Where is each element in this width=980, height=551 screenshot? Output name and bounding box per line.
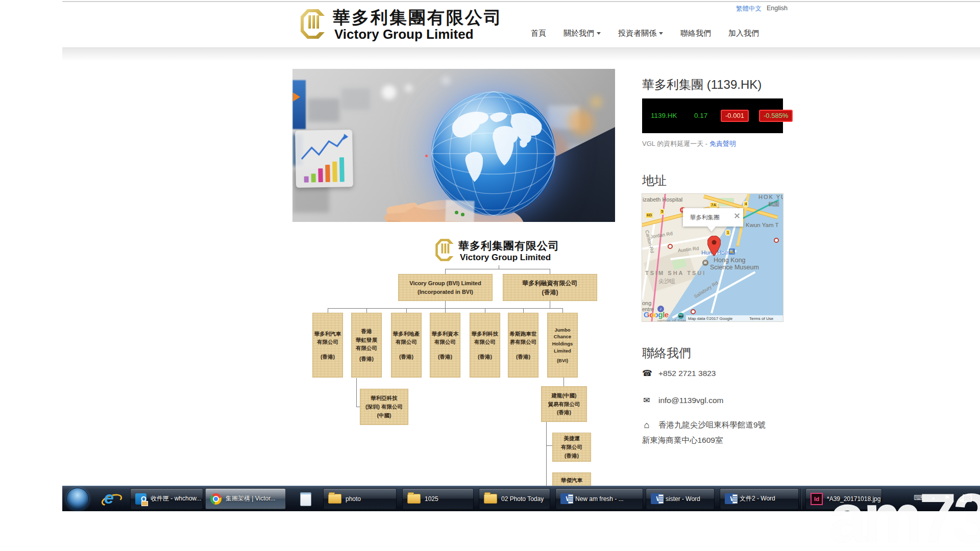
org-box-victory-capital: 華多利資本有限公司(香港)	[430, 313, 460, 378]
route-badge: 4	[743, 201, 748, 207]
bokeh-light	[442, 76, 451, 85]
org-connector	[366, 308, 367, 313]
close-icon[interactable]	[734, 213, 740, 219]
org-box-kin-lung-trading: 建龍(中國)貿易有限公司(香港)	[541, 386, 587, 422]
word-icon: W	[560, 493, 571, 504]
hero-banner-image	[292, 69, 615, 222]
org-connector	[445, 308, 446, 313]
map-station-dot	[691, 309, 696, 314]
orange-arrow-graphic	[293, 92, 300, 102]
address-line-2: 新東海商業中心1609室	[642, 435, 723, 446]
route-badge: 6D	[645, 212, 653, 218]
company-name-en: Victory Group Limited	[334, 27, 474, 42]
map-label-tst: TSIM SHA TSUI	[645, 270, 706, 276]
nav-home[interactable]: 首頁	[531, 29, 546, 38]
main-nav: 首頁 關於我們 投資者關係 聯絡我們 加入我們	[531, 29, 759, 38]
folder-icon	[328, 494, 341, 504]
map-label-museum-1: Hong Kong	[714, 257, 746, 264]
org-connector	[485, 308, 485, 313]
task-outlook[interactable]: O 收件匣 - whchow...	[130, 488, 203, 509]
phone-number: +852 2721 3823	[658, 369, 716, 378]
org-chart-company-zh: 華多利集團有限公司	[458, 239, 559, 253]
task-folder-1025[interactable]: 1025	[402, 488, 474, 509]
task-folder-photo[interactable]: photo	[323, 488, 397, 509]
map-label-museum-2: Science Museum	[710, 264, 759, 271]
page-top-border	[62, 1, 980, 2]
task-word-doc2[interactable]: W 文件2 - Word	[720, 488, 799, 509]
org-connector	[562, 308, 563, 313]
org-connector	[523, 308, 524, 313]
org-box-vicory-group-bvi: Vicory Group (BVI) Limited (Incorporated…	[398, 274, 493, 301]
task-word-new-am-fresh[interactable]: W New am fresh - ...	[555, 488, 643, 509]
email-row: ✉ info@1139vgl.com	[642, 395, 723, 405]
map-label-kwun-yam: Kwun Yam T	[746, 222, 779, 228]
address-heading: 地址	[642, 172, 667, 189]
org-connector	[445, 269, 446, 274]
task-word-sister[interactable]: W sister - Word	[646, 488, 715, 509]
lang-traditional-chinese[interactable]: 繁體中文	[736, 5, 762, 13]
google-map[interactable]: 6D 5 7A 4 1 izabeth Hospital H HOK YU 鶴園…	[642, 194, 783, 321]
blurred-photo-tile	[308, 98, 339, 122]
nav-about[interactable]: 關於我們	[564, 29, 601, 38]
org-box-may-jet: 美捷運有限公司(香港)	[552, 433, 591, 462]
task-folder-photo-today[interactable]: 02 Photo Today	[479, 488, 550, 509]
org-connector	[550, 301, 550, 308]
org-connector	[406, 308, 407, 313]
email-address: info@1139vgl.com	[658, 396, 723, 405]
info-window-title: 華多利集團	[690, 214, 720, 221]
green-figure-dot	[461, 213, 464, 216]
chrome-icon	[210, 493, 222, 505]
map-info-window: 華多利集團	[683, 208, 743, 227]
address-row: ⌂ 香港九龍尖沙咀東科學館道9號	[642, 420, 766, 431]
desktop-screen: 華多利集團有限公司 Victory Group Limited 首頁 關於我們 …	[0, 0, 980, 551]
org-connector	[499, 265, 499, 269]
google-logo[interactable]: Google	[644, 310, 669, 319]
map-attribution: Map data ©2017 Google Terms of Use	[686, 315, 783, 321]
lang-english[interactable]: English	[767, 5, 788, 13]
start-button[interactable]	[66, 488, 89, 510]
language-switcher: 繁體中文 English	[736, 5, 788, 13]
internet-explorer-icon[interactable]: e	[100, 490, 121, 508]
org-box-victory-technology: 華多利科技有限公司(香港)	[470, 313, 500, 378]
stock-title: 華多利集團 (1139.HK)	[642, 77, 762, 93]
blurred-photo-tile	[341, 88, 370, 110]
map-data-credit: Map data ©2017 Google	[688, 316, 732, 321]
nav-contact[interactable]: 聯絡我們	[680, 29, 711, 38]
org-connector	[546, 422, 547, 486]
terms-of-use-link[interactable]: Terms of Use	[749, 316, 773, 321]
taskbar-divider	[801, 488, 802, 509]
org-connector	[328, 308, 328, 313]
info-window-tail	[707, 227, 716, 232]
map-station-dot	[668, 244, 673, 249]
word-icon: W	[725, 493, 736, 504]
green-figure-dot	[455, 211, 458, 214]
blue-panel-graphic	[292, 80, 306, 129]
nav-join-us[interactable]: 加入我們	[728, 29, 759, 38]
ticker-symbol: 1139.HK	[651, 112, 677, 119]
camera-poi-icon: 📷	[678, 313, 684, 319]
small-blurred-card	[445, 200, 474, 222]
chevron-down-icon	[597, 32, 601, 35]
nav-investor-relations[interactable]: 投資者關係	[618, 29, 663, 38]
home-icon: ⌂	[642, 420, 651, 431]
org-box-victory-motors: 華多利汽車有限公司(香港)	[312, 313, 343, 378]
task-chrome-active[interactable]: 集團架構 | Victor...	[205, 488, 286, 509]
bar-chart-graphic	[295, 130, 353, 188]
bokeh-light	[382, 85, 396, 99]
folder-icon	[407, 494, 421, 504]
org-connector	[550, 269, 550, 274]
org-connector	[445, 301, 446, 308]
disclaimer-link[interactable]: 免責聲明	[709, 140, 736, 147]
windows-logo-icon	[72, 494, 83, 504]
org-box-hualiya-tech: 華利亞科技(深圳) 有限公司(中國)	[360, 389, 408, 425]
ticker-change-percent-badge: -0.585%	[759, 110, 793, 122]
map-label-tst-zh: 尖沙咀	[658, 278, 675, 285]
indesign-icon: Id	[811, 493, 823, 505]
address-line-1: 香港九龍尖沙咀東科學館道9號	[658, 420, 766, 431]
notepad-icon[interactable]	[300, 492, 311, 506]
org-connector	[445, 269, 550, 269]
ticker-change-badge: -0.001	[721, 110, 749, 122]
map-label-hospital: izabeth Hospital	[643, 196, 682, 203]
route-badge: 5	[659, 209, 665, 215]
map-label-kong: ong	[642, 300, 651, 306]
